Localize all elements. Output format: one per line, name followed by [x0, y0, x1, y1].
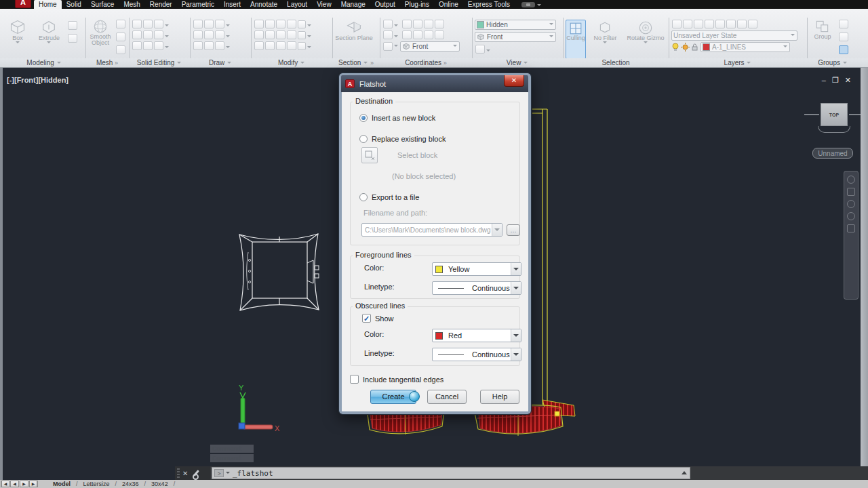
last-tab-icon[interactable]: ▶ [29, 481, 38, 487]
viewcube[interactable]: TOP [821, 103, 848, 126]
doc-close-icon[interactable]: ✕ [845, 76, 857, 84]
fillet-icon[interactable] [298, 20, 306, 28]
command-expand-icon[interactable] [682, 471, 687, 474]
polygon-icon[interactable] [193, 41, 203, 50]
obscured-linetype-dropdown-icon[interactable] [511, 348, 521, 361]
ucs-x-icon[interactable] [413, 20, 422, 28]
group-button[interactable]: Group [810, 19, 835, 40]
rotate-gizmo-button[interactable]: Rotate Gizmo [625, 19, 667, 58]
viewport-control-unnamed[interactable]: Unnamed [812, 148, 853, 159]
tab-express-tools[interactable]: Express Tools [463, 0, 515, 9]
panel-label-view[interactable]: View [473, 59, 561, 67]
tab-render[interactable]: Render [145, 0, 177, 9]
layer-unlock-icon[interactable] [748, 20, 757, 28]
viewport-config-icon[interactable] [475, 45, 485, 54]
tab-home[interactable]: Home [34, 0, 62, 9]
offset-icon[interactable] [287, 30, 296, 39]
polyline-icon[interactable] [193, 20, 203, 28]
viewcube-left-wing[interactable] [804, 114, 819, 115]
replace-existing-block-label[interactable]: Replace existing block [372, 135, 446, 143]
pan-icon[interactable] [847, 188, 855, 196]
filename-combo[interactable]: C:\Users\Mark\Documents\new block.dwg [361, 223, 502, 237]
select-block-button[interactable] [361, 147, 378, 163]
media-dropdown-icon[interactable] [537, 4, 541, 6]
layer-properties-icon[interactable] [672, 20, 682, 28]
tab-insert[interactable]: Insert [219, 0, 245, 9]
view-combo[interactable]: Front [475, 32, 556, 42]
extrude-button[interactable]: Extrude [34, 19, 64, 45]
panel-label-modify[interactable]: Modify [252, 59, 331, 67]
ucs-named-icon[interactable] [383, 42, 393, 51]
obscured-color-dropdown-icon[interactable] [511, 329, 521, 342]
dialog-close-button[interactable]: ✕ [504, 75, 524, 87]
extract-edge-icon[interactable] [154, 30, 163, 39]
include-tangential-checkbox[interactable] [350, 375, 359, 384]
tab-output[interactable]: Output [370, 0, 400, 9]
mesh-tool-icon[interactable] [116, 33, 125, 41]
ucs-previous-icon[interactable] [402, 30, 412, 39]
ucs-world-icon[interactable] [402, 20, 412, 28]
viewcube-compass-arc[interactable] [818, 126, 850, 133]
panel-label-selection[interactable]: Selection [564, 59, 667, 67]
tab-solid[interactable]: Solid [62, 0, 86, 9]
steering-wheel-icon[interactable] [847, 176, 855, 184]
presspull-icon[interactable] [68, 34, 77, 43]
command-tools-icon[interactable] [192, 469, 200, 477]
ucs-object-icon[interactable] [435, 20, 444, 28]
mesh-tool-icon[interactable] [116, 20, 125, 28]
layer-freeze-icon[interactable] [705, 20, 714, 28]
spline-icon[interactable] [193, 30, 203, 39]
ucs-z-icon[interactable] [413, 30, 422, 39]
ucs-zaxis-icon[interactable] [424, 30, 433, 39]
coordinates-view-combo[interactable]: Front [400, 41, 460, 52]
trim-icon[interactable] [276, 20, 285, 28]
insert-as-new-block-radio[interactable] [359, 114, 368, 122]
tab-online[interactable]: Online [434, 0, 463, 9]
mirror-icon[interactable] [298, 31, 306, 39]
tab-model[interactable]: Model [47, 481, 76, 487]
layer-isolate-icon[interactable] [694, 20, 703, 28]
help-button[interactable]: Help [480, 390, 519, 404]
create-button[interactable]: Create [370, 390, 416, 404]
break-icon[interactable] [287, 41, 296, 50]
export-to-file-radio[interactable] [359, 193, 368, 201]
move-icon[interactable] [254, 20, 264, 28]
obscured-linetype-combo[interactable]: Continuous [432, 348, 521, 361]
ucs-origin-icon[interactable] [383, 30, 393, 39]
align-icon[interactable] [276, 41, 285, 50]
command-input[interactable]: > _flatshot [212, 467, 690, 479]
ellipse-icon[interactable] [215, 41, 224, 50]
union-icon[interactable] [132, 20, 142, 28]
cancel-button[interactable]: Cancel [427, 390, 467, 404]
obscured-color-combo[interactable]: Red [432, 329, 521, 342]
tab-mesh[interactable]: Mesh [119, 0, 144, 9]
insert-as-new-block-label[interactable]: Insert as new block [372, 114, 435, 122]
command-bar-handle[interactable]: ✕ [175, 466, 210, 480]
show-checkbox[interactable]: ✓ [362, 314, 371, 323]
foreground-linetype-combo[interactable]: Continuous [432, 281, 521, 295]
zoom-icon[interactable] [847, 200, 855, 208]
stretch-icon[interactable] [254, 30, 264, 39]
tab-view[interactable]: View [312, 0, 336, 9]
foreground-color-combo[interactable]: Yellow [432, 262, 521, 276]
ucs-3point-icon[interactable] [435, 30, 444, 39]
command-close-icon[interactable]: ✕ [182, 470, 188, 477]
tab-plugins[interactable]: Plug-ins [400, 0, 434, 9]
layer-on-icon[interactable] [726, 20, 736, 28]
layer-lock-state-icon[interactable] [691, 43, 698, 52]
shell-icon[interactable] [143, 41, 153, 50]
polysolid-icon[interactable] [68, 21, 77, 30]
group-edit-icon[interactable] [839, 33, 848, 41]
orbit-icon[interactable] [847, 212, 855, 220]
layer-sun-icon[interactable] [681, 43, 690, 52]
drag-grip-icon[interactable] [177, 468, 180, 478]
smooth-object-button[interactable]: Smooth Object [88, 19, 113, 46]
layer-state-combo[interactable]: Unsaved Layer State [671, 30, 797, 41]
box-button[interactable]: Box [4, 19, 31, 45]
navigation-bar[interactable] [844, 171, 859, 300]
replace-existing-block-radio[interactable] [359, 135, 368, 143]
export-to-file-label[interactable]: Export to a file [372, 193, 419, 201]
ucs-icon-btn[interactable] [383, 20, 393, 28]
filename-dropdown-icon[interactable] [492, 224, 502, 236]
subtract-icon[interactable] [132, 30, 142, 39]
